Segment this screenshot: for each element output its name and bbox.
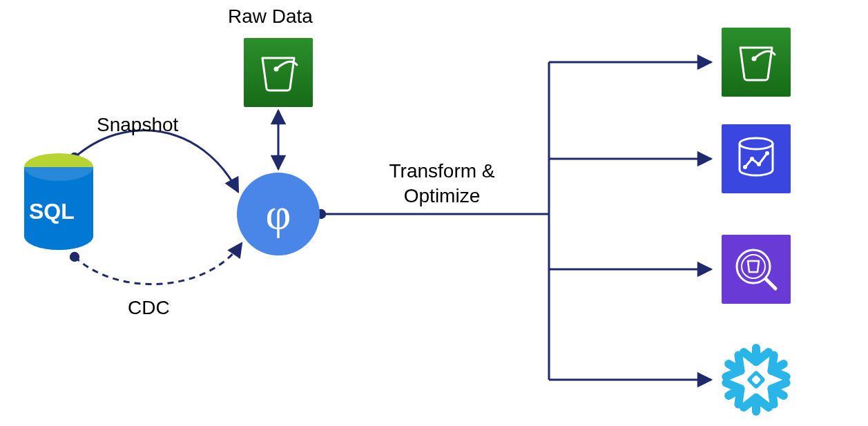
svg-point-4 (752, 57, 757, 61)
phi-processor-icon: φ (237, 173, 320, 255)
analytics-service-icon (722, 124, 791, 193)
label-transform-line2: Optimize (366, 185, 518, 207)
edge-snapshot (75, 130, 238, 192)
svg-point-11 (742, 255, 765, 278)
svg-point-9 (765, 151, 769, 155)
label-transform-line1: Transform & (366, 160, 518, 182)
svg-line-12 (766, 279, 775, 289)
svg-point-8 (757, 162, 761, 166)
sql-label: SQL (29, 199, 75, 224)
svg-point-5 (740, 138, 773, 149)
label-cdc: CDC (128, 297, 170, 319)
svg-point-6 (743, 165, 747, 169)
svg-point-3 (274, 67, 279, 72)
snowflake-icon (715, 338, 798, 421)
edge-cdc (75, 243, 242, 284)
svg-point-7 (750, 157, 754, 161)
s3-bucket-dest-icon (722, 28, 791, 97)
label-snapshot: Snapshot (97, 114, 178, 136)
athena-query-icon (722, 235, 791, 304)
label-raw-data: Raw Data (228, 6, 313, 28)
s3-bucket-raw-icon (244, 38, 313, 107)
phi-glyph: φ (266, 188, 291, 240)
sql-database-icon: SQL (21, 151, 97, 261)
